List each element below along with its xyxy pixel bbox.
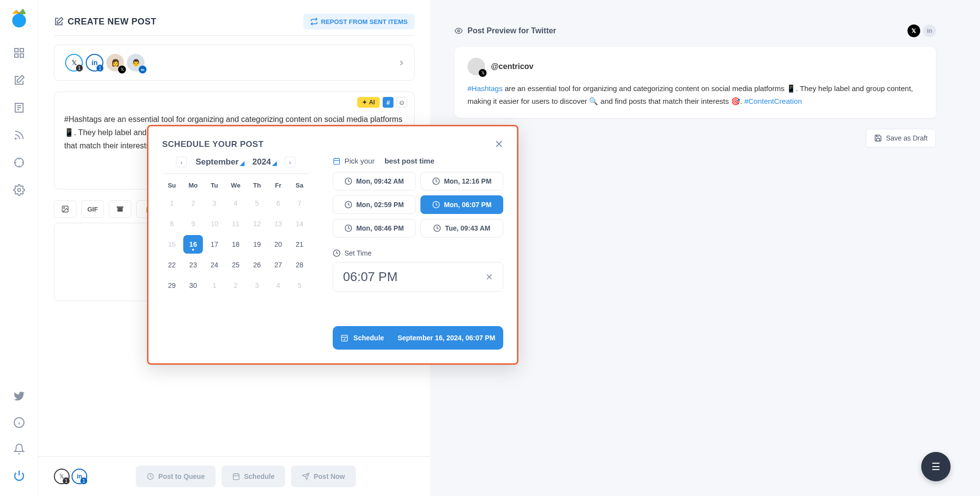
content-icon[interactable] — [13, 102, 25, 114]
calendar-day[interactable]: 28 — [290, 256, 309, 274]
calendar-day[interactable]: 18 — [226, 235, 245, 254]
calendar-day[interactable]: 26 — [247, 256, 267, 274]
post-queue-button[interactable]: Post to Queue — [136, 466, 216, 487]
calendar-day: 8 — [162, 214, 181, 233]
month-select[interactable]: September — [196, 157, 244, 167]
calendar-day[interactable]: 21 — [290, 235, 309, 254]
gif-tool[interactable]: GIF — [81, 200, 104, 218]
dow-header: Th — [247, 179, 267, 192]
calendar-day: 1 — [162, 194, 181, 213]
nav-sidebar — [0, 0, 38, 496]
calendar-day: 13 — [269, 214, 288, 233]
chevron-right-icon[interactable]: › — [400, 56, 403, 69]
calendar-day: 6 — [269, 194, 288, 213]
save-icon — [874, 134, 882, 142]
svg-rect-21 — [233, 474, 239, 480]
dow-header: Mo — [183, 179, 202, 192]
clock-icon — [344, 201, 352, 209]
clock-icon — [432, 201, 440, 209]
preview-net-linkedin[interactable]: in — [923, 24, 936, 37]
calendar-day[interactable]: 19 — [247, 235, 267, 254]
dashboard-icon[interactable] — [13, 47, 25, 59]
time-slot[interactable]: Mon, 06:07 PM — [420, 195, 503, 214]
ai-button[interactable]: ✦AI — [357, 97, 380, 108]
calendar-day: 4 — [269, 276, 288, 295]
preview-avatar: 𝕏 — [467, 58, 485, 75]
bell-icon[interactable] — [13, 443, 25, 455]
account-linkedin[interactable]: in1 — [86, 54, 103, 71]
calendar-day[interactable]: 30 — [183, 276, 202, 295]
calendar-day[interactable]: 25 — [226, 256, 245, 274]
rss-icon[interactable] — [13, 129, 25, 141]
svg-rect-3 — [15, 54, 18, 57]
calendar-day: 3 — [205, 194, 224, 213]
time-slot[interactable]: Mon, 12:16 PM — [420, 172, 503, 190]
calendar-day: 14 — [290, 214, 309, 233]
schedule-modal: SCHEDULE YOUR POST ✕ ‹ September 2024 › … — [147, 125, 518, 365]
preview-net-twitter[interactable]: 𝕏 — [907, 24, 920, 37]
dow-header: Fr — [269, 179, 288, 192]
calendar-day[interactable]: 27 — [269, 256, 288, 274]
settings-icon[interactable] — [13, 184, 25, 196]
prev-month-button[interactable]: ‹ — [176, 157, 187, 167]
calendar-day[interactable]: 17 — [205, 235, 224, 254]
dow-header: Su — [162, 179, 181, 192]
power-icon[interactable] — [13, 470, 25, 481]
hashtag-button[interactable]: # — [383, 97, 393, 108]
app-logo — [7, 7, 31, 30]
calendar-day[interactable]: 24 — [205, 256, 224, 274]
dow-header: Sa — [290, 179, 309, 192]
clock-icon — [344, 224, 352, 232]
svg-rect-39 — [342, 335, 347, 341]
calendar-day[interactable]: 23 — [183, 256, 202, 274]
pick-time-label: Pick your best post time — [333, 157, 503, 165]
time-slot[interactable]: Tue, 09:43 AM — [420, 219, 503, 237]
eye-icon — [455, 27, 463, 35]
twitter-icon[interactable] — [13, 390, 25, 402]
calendar-day[interactable]: 22 — [162, 256, 181, 274]
close-icon[interactable]: ✕ — [494, 138, 503, 151]
repost-button[interactable]: REPOST FROM SENT ITEMS — [303, 14, 415, 29]
calendar-day: 7 — [290, 194, 309, 213]
post-now-button[interactable]: Post Now — [291, 466, 356, 487]
footer-account-twitter[interactable]: 𝕏1 — [54, 469, 70, 484]
image-tool[interactable] — [54, 200, 76, 218]
svg-rect-18 — [118, 208, 123, 212]
time-slot[interactable]: Mon, 09:42 AM — [333, 172, 416, 190]
calendar-day: 10 — [205, 214, 224, 233]
preview-card: 𝕏 @centricov #Hashtags are an essential … — [455, 47, 936, 118]
account-person-1[interactable]: 👩𝕏 — [106, 54, 124, 71]
archive-tool[interactable] — [109, 200, 131, 218]
compose-icon[interactable] — [13, 74, 25, 86]
calendar-day: 5 — [247, 194, 267, 213]
footer-account-linkedin[interactable]: in1 — [72, 469, 87, 484]
next-month-button[interactable]: › — [285, 157, 295, 167]
info-icon[interactable] — [13, 417, 25, 428]
emoji-button[interactable]: ☺ — [396, 97, 407, 108]
recycle-icon[interactable] — [13, 157, 25, 168]
save-draft-button[interactable]: Save as Draft — [866, 129, 936, 147]
calendar-day: 4 — [226, 194, 245, 213]
set-time-label: Set Time — [333, 249, 503, 257]
clear-time-icon[interactable]: ✕ — [486, 272, 493, 283]
confirm-schedule-button[interactable]: Schedule September 16, 2024, 06:07 PM — [333, 326, 503, 350]
calendar-day[interactable]: 20 — [269, 235, 288, 254]
clock-icon — [433, 224, 441, 232]
calendar-day[interactable]: 29 — [162, 276, 181, 295]
year-select[interactable]: 2024 — [252, 157, 276, 167]
account-person-2[interactable]: 👨in — [127, 54, 145, 71]
time-slot[interactable]: Mon, 02:59 PM — [333, 195, 416, 214]
calendar-day[interactable]: 16 — [183, 235, 202, 254]
calendar-day: 9 — [183, 214, 202, 233]
modal-title: SCHEDULE YOUR POST — [162, 140, 264, 149]
clock-icon — [344, 177, 352, 185]
account-twitter[interactable]: 𝕏1 — [65, 54, 83, 71]
time-slot[interactable]: Mon, 08:46 PM — [333, 219, 416, 237]
time-input[interactable] — [343, 269, 448, 284]
dow-header: Tu — [205, 179, 224, 192]
calendar-day: 11 — [226, 214, 245, 233]
fab-menu-button[interactable]: ☰ — [921, 452, 951, 481]
calendar: SuMoTuWeThFrSa 1234567891011121314151617… — [162, 173, 309, 295]
schedule-button[interactable]: Schedule — [221, 466, 285, 487]
accounts-selector[interactable]: 𝕏1 in1 👩𝕏 👨in › — [54, 45, 415, 81]
